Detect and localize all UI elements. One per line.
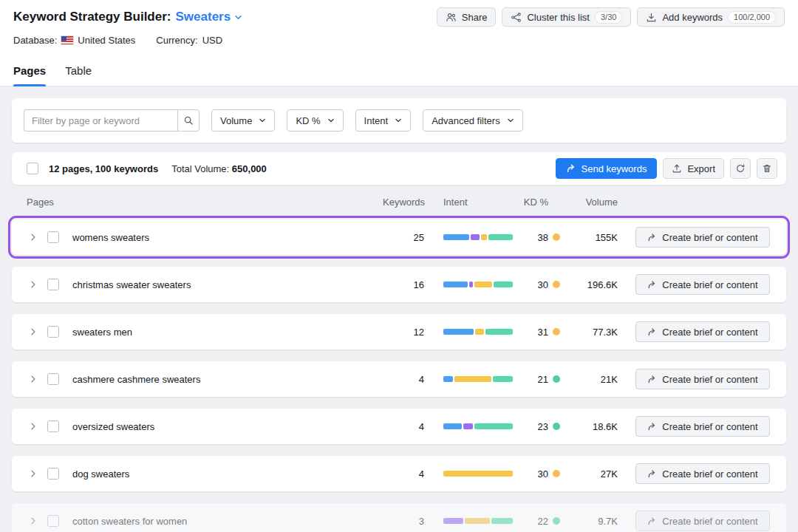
- expand-row-icon[interactable]: [27, 422, 40, 431]
- tab-pages[interactable]: Pages: [13, 64, 46, 86]
- expand-row-icon[interactable]: [27, 469, 40, 478]
- kd-cell: 31: [519, 327, 560, 338]
- tab-table[interactable]: Table: [65, 64, 92, 86]
- page-name: dog sweaters: [72, 468, 383, 480]
- create-brief-button[interactable]: Create brief or content: [635, 463, 770, 484]
- volume-value: 155K: [560, 232, 618, 243]
- kd-cell: 38: [519, 232, 560, 243]
- table-row[interactable]: cotton sweaters for women 3 22 9.7K Crea…: [12, 503, 786, 532]
- volume-value: 18.6K: [560, 421, 618, 432]
- intent-bar: [443, 423, 513, 429]
- create-brief-button[interactable]: Create brief or content: [635, 511, 770, 531]
- brief-arrow-icon: [647, 516, 657, 526]
- intent-segment-navigational: [469, 282, 473, 287]
- cluster-list-button[interactable]: Cluster this list 3/30: [502, 7, 631, 27]
- kd-cell: 30: [519, 279, 560, 290]
- row-checkbox[interactable]: [47, 326, 59, 338]
- row-checkbox[interactable]: [47, 373, 59, 385]
- column-intent: Intent: [443, 197, 513, 208]
- total-volume-value: 650,000: [232, 163, 267, 174]
- create-brief-button[interactable]: Create brief or content: [635, 227, 770, 248]
- refresh-icon: [735, 163, 746, 174]
- search-button[interactable]: [177, 109, 200, 132]
- page-name: womens sweaters: [72, 232, 383, 243]
- currency-value: USD: [202, 35, 222, 46]
- create-brief-label: Create brief or content: [662, 516, 757, 527]
- table-row[interactable]: oversized sweaters 4 23 18.6K Create bri…: [12, 409, 786, 444]
- expand-row-icon[interactable]: [27, 327, 40, 336]
- kd-filter-dropdown[interactable]: KD %: [287, 109, 343, 132]
- cluster-quota-badge: 3/30: [595, 11, 622, 24]
- trash-icon: [762, 163, 772, 174]
- create-brief-button[interactable]: Create brief or content: [635, 416, 770, 437]
- create-brief-button[interactable]: Create brief or content: [635, 369, 770, 389]
- main-content: Volume KD % Intent Advanced filters 12 p…: [0, 86, 798, 532]
- intent-segment-transactional: [474, 423, 513, 429]
- filter-search-input[interactable]: [24, 109, 177, 132]
- volume-filter-dropdown[interactable]: Volume: [211, 109, 275, 132]
- refresh-button[interactable]: [730, 158, 751, 179]
- expand-row-icon[interactable]: [27, 375, 40, 383]
- export-button[interactable]: Export: [663, 158, 724, 179]
- intent-segment-transactional: [485, 329, 513, 335]
- intent-segment-navigational: [463, 423, 473, 429]
- page-title-text: Keyword Strategy Builder:: [13, 10, 171, 24]
- advanced-filters-dropdown[interactable]: Advanced filters: [423, 109, 523, 132]
- add-keywords-button[interactable]: Add keywords 100/2,000: [637, 7, 785, 27]
- table-row[interactable]: dog sweaters 4 30 27K Create brief or co…: [12, 456, 786, 491]
- brief-arrow-icon: [647, 469, 657, 479]
- selection-summary: 12 pages, 100 keywords: [49, 163, 158, 174]
- kd-value: 22: [538, 516, 548, 527]
- intent-filter-dropdown[interactable]: Intent: [355, 109, 412, 132]
- row-checkbox[interactable]: [47, 279, 59, 290]
- create-brief-button[interactable]: Create brief or content: [635, 321, 770, 342]
- expand-row-icon[interactable]: [27, 516, 40, 525]
- send-keywords-button[interactable]: Send keywords: [556, 158, 658, 179]
- row-checkbox[interactable]: [47, 231, 59, 243]
- intent-segment-transactional: [494, 282, 513, 287]
- kd-cell: 21: [519, 374, 560, 385]
- delete-button[interactable]: [757, 158, 777, 179]
- kd-value: 21: [538, 374, 548, 385]
- us-flag-icon: [61, 36, 73, 44]
- row-checkbox[interactable]: [47, 468, 59, 480]
- keywords-count: 3: [383, 516, 424, 527]
- column-pages: Pages: [27, 197, 383, 208]
- kd-cell: 22: [519, 516, 560, 527]
- select-all-checkbox[interactable]: [27, 163, 38, 174]
- project-picker[interactable]: Sweaters: [176, 10, 243, 24]
- kd-value: 30: [538, 468, 548, 480]
- database-label: Database:: [13, 35, 57, 46]
- table-row[interactable]: sweaters men 12 31 77.3K Create brief or…: [12, 314, 786, 349]
- keywords-count: 4: [383, 421, 424, 432]
- keywords-count: 4: [383, 468, 424, 480]
- project-name: Sweaters: [176, 10, 231, 24]
- create-brief-button[interactable]: Create brief or content: [635, 274, 770, 295]
- intent-bar: [443, 376, 513, 382]
- intent-segment-informational: [443, 423, 462, 429]
- keywords-count: 4: [383, 374, 424, 385]
- page-name: cotton sweaters for women: [72, 516, 383, 527]
- summary-bar: 12 pages, 100 keywords Total Volume: 650…: [12, 152, 786, 185]
- database-value: United States: [78, 35, 135, 46]
- table-row[interactable]: christmas sweater sweaters 16 30 196.6K …: [12, 267, 786, 302]
- kd-dot-icon: [553, 233, 560, 241]
- currency-label: Currency:: [156, 35, 197, 46]
- kd-dot-icon: [553, 328, 560, 335]
- brief-arrow-icon: [647, 233, 657, 242]
- kd-dot-icon: [553, 375, 560, 383]
- expand-row-icon[interactable]: [27, 280, 40, 289]
- intent-segment-commercial: [465, 518, 490, 524]
- expand-row-icon[interactable]: [27, 233, 40, 242]
- row-checkbox[interactable]: [47, 515, 59, 527]
- volume-filter-label: Volume: [220, 115, 252, 126]
- intent-bar: [443, 471, 513, 477]
- share-button[interactable]: Share: [437, 7, 497, 27]
- table-row[interactable]: womens sweaters 25 38 155K Create brief …: [12, 219, 786, 255]
- brief-arrow-icon: [647, 375, 657, 384]
- brief-arrow-icon: [647, 280, 657, 290]
- send-arrow-icon: [566, 163, 576, 174]
- table-row[interactable]: cashmere cashmere sweaters 4 21 21K Crea…: [12, 361, 786, 397]
- kd-dot-icon: [553, 423, 560, 430]
- row-checkbox[interactable]: [47, 420, 59, 432]
